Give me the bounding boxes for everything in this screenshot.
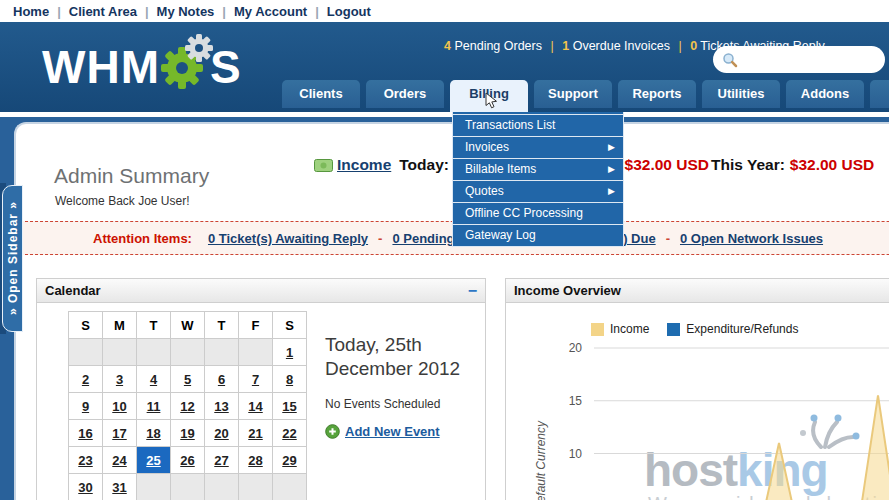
- income-link[interactable]: Income: [337, 156, 391, 174]
- money-icon: [314, 159, 333, 172]
- tab-partial[interactable]: [870, 80, 889, 108]
- income-month-value: $32.00 USD: [625, 156, 709, 174]
- calendar-day[interactable]: 11: [147, 399, 161, 414]
- calendar-week-row: 1: [69, 339, 307, 366]
- income-overview-title: Income Overview: [514, 283, 621, 298]
- attention-link-network-issues[interactable]: 0 Open Network Issues: [680, 231, 823, 246]
- add-new-event-link[interactable]: Add New Event: [345, 424, 440, 439]
- menu-item-label: Invoices: [465, 140, 509, 154]
- search-input[interactable]: [738, 49, 885, 71]
- collapse-icon[interactable]: −: [468, 282, 477, 300]
- calendar-day[interactable]: 15: [282, 399, 296, 414]
- calendar-day[interactable]: 12: [180, 399, 194, 414]
- calendar-day[interactable]: 27: [214, 453, 228, 468]
- calendar-day[interactable]: 29: [282, 453, 296, 468]
- divider: |: [57, 4, 61, 19]
- income-overview-body: hostking We provide web hosti: [506, 303, 889, 500]
- legend-item-expenditure: Expenditure/Refunds: [667, 322, 798, 336]
- top-link-home[interactable]: Home: [13, 4, 49, 19]
- calendar-widget-header: Calendar −: [37, 279, 485, 303]
- calendar-day[interactable]: 30: [78, 480, 92, 495]
- calendar-day[interactable]: 9: [82, 399, 89, 414]
- calendar-day[interactable]: 23: [78, 453, 92, 468]
- attention-link-tickets[interactable]: 0 Ticket(s) Awaiting Reply: [208, 231, 368, 246]
- calendar-day-today[interactable]: 25: [146, 453, 160, 468]
- calendar-day[interactable]: 19: [180, 426, 194, 441]
- overdue-invoices-label: Overdue Invoices: [573, 39, 670, 53]
- page-title: Admin Summary: [54, 164, 209, 188]
- calendar-week-row: 9 10 11 12 13 14 15: [69, 393, 307, 420]
- calendar-widget-title: Calendar: [45, 283, 101, 298]
- calendar-day[interactable]: 26: [180, 453, 194, 468]
- overdue-invoices-count: 1: [562, 39, 569, 53]
- tab-addons[interactable]: Addons: [786, 80, 864, 108]
- calendar-day[interactable]: 20: [214, 426, 228, 441]
- income-overview-widget: Income Overview − hostking: [505, 278, 889, 500]
- divider: -: [378, 231, 382, 246]
- tab-reports[interactable]: Reports: [618, 80, 696, 108]
- welcome-message: Welcome Back Joe User!: [55, 194, 190, 208]
- search-box[interactable]: [713, 46, 885, 73]
- calendar-day[interactable]: 17: [112, 426, 126, 441]
- calendar-day[interactable]: 24: [112, 453, 126, 468]
- calendar-widget-body: S M T W T F S: [37, 311, 485, 500]
- calendar-day[interactable]: 7: [252, 372, 259, 387]
- calendar-day[interactable]: 5: [184, 372, 191, 387]
- divider: |: [678, 39, 681, 53]
- top-link-client-area[interactable]: Client Area: [69, 4, 137, 19]
- calendar-day[interactable]: 1: [286, 345, 293, 360]
- calendar-day[interactable]: 8: [286, 372, 293, 387]
- no-events-text: No Events Scheduled: [325, 397, 483, 411]
- open-sidebar-tab[interactable]: » Open Sidebar »: [2, 185, 23, 332]
- svg-text:15: 15: [569, 394, 583, 408]
- calendar-day[interactable]: 21: [248, 426, 262, 441]
- top-link-logout[interactable]: Logout: [327, 4, 371, 19]
- calendar-table: S M T W T F S: [68, 311, 307, 500]
- calendar-empty-cell: [205, 474, 239, 500]
- calendar-day[interactable]: 18: [146, 426, 160, 441]
- income-year-label: This Year:: [711, 156, 785, 174]
- calendar-day[interactable]: 28: [248, 453, 262, 468]
- submenu-arrow-icon: ▶: [608, 181, 615, 202]
- top-link-my-account[interactable]: My Account: [234, 4, 307, 19]
- header: WHM: [0, 22, 889, 112]
- svg-text:20: 20: [569, 341, 583, 355]
- menu-item-quotes[interactable]: Quotes▶: [453, 180, 623, 202]
- legend-item-income: Income: [591, 322, 649, 336]
- calendar-day[interactable]: 14: [248, 399, 262, 414]
- income-year-value: $32.00 USD: [790, 156, 874, 174]
- menu-item-invoices[interactable]: Invoices▶: [453, 136, 623, 158]
- calendar-week-row: 16 17 18 19 20 21 22: [69, 420, 307, 447]
- calendar-day[interactable]: 10: [112, 399, 126, 414]
- income-today-label: Today:: [399, 156, 449, 174]
- menu-item-offline-cc[interactable]: Offline CC Processing: [453, 202, 623, 224]
- top-link-my-notes[interactable]: My Notes: [157, 4, 215, 19]
- calendar-today-cell[interactable]: 25: [137, 447, 171, 474]
- chart-y-axis-label: Default Currency: [534, 396, 548, 500]
- calendar-day[interactable]: 13: [214, 399, 228, 414]
- menu-item-transactions-list[interactable]: Transactions List: [453, 114, 623, 136]
- calendar-day[interactable]: 31: [112, 480, 126, 495]
- calendar-day[interactable]: 16: [78, 426, 92, 441]
- calendar-day[interactable]: 6: [218, 372, 225, 387]
- calendar-day[interactable]: 4: [150, 372, 157, 387]
- calendar-day[interactable]: 3: [116, 372, 123, 387]
- tab-orders[interactable]: Orders: [366, 80, 444, 108]
- legend-label: Expenditure/Refunds: [686, 322, 798, 336]
- calendar-day-header: M: [103, 312, 137, 339]
- calendar-header-row: S M T W T F S: [69, 312, 307, 339]
- tab-utilities[interactable]: Utilities: [702, 80, 780, 108]
- submenu-arrow-icon: ▶: [608, 137, 615, 158]
- calendar-day[interactable]: 22: [282, 426, 296, 441]
- pending-orders-count: 4: [444, 39, 451, 53]
- open-sidebar-label: » Open Sidebar »: [6, 201, 20, 315]
- main-nav-tabs: Clients Orders Billing Support Reports U…: [282, 80, 889, 112]
- tab-billing[interactable]: Billing: [450, 80, 528, 112]
- tab-clients[interactable]: Clients: [282, 80, 360, 108]
- menu-item-billable-items[interactable]: Billable Items▶: [453, 158, 623, 180]
- calendar-empty-cell: [69, 339, 103, 366]
- menu-item-gateway-log[interactable]: Gateway Log: [453, 224, 623, 246]
- tab-support[interactable]: Support: [534, 80, 612, 108]
- calendar-day[interactable]: 2: [82, 372, 89, 387]
- legend-label: Income: [610, 322, 649, 336]
